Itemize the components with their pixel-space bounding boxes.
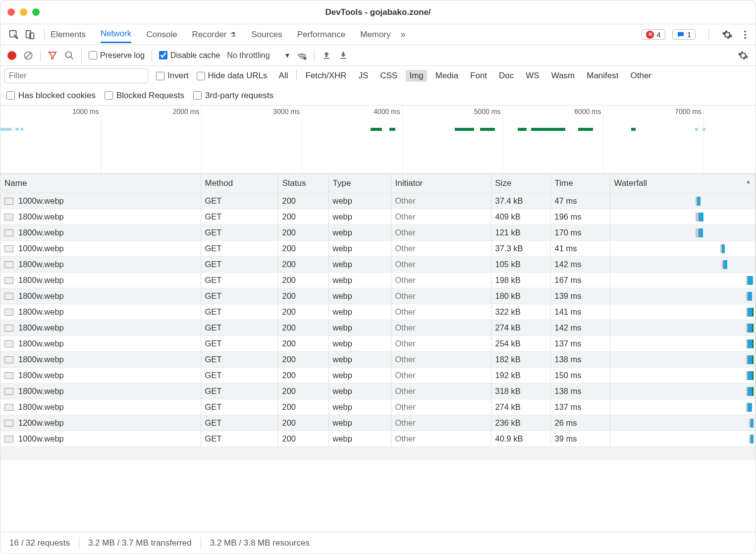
request-row[interactable]: 1800w.webpGET200webpOther105 kB142 ms	[0, 256, 756, 272]
filter-input[interactable]	[4, 68, 148, 83]
request-row[interactable]: 1800w.webpGET200webpOther322 kB141 ms	[0, 304, 756, 320]
file-icon	[4, 404, 13, 411]
filter-type-js[interactable]: JS	[355, 70, 372, 82]
request-row[interactable]: 1800w.webpGET200webpOther318 kB138 ms	[0, 383, 756, 399]
flask-icon: ⚗	[228, 31, 237, 39]
zoom-button[interactable]	[32, 8, 40, 16]
timeline-tick: 7000 ms	[675, 108, 703, 115]
tab-performance[interactable]: Performance	[297, 27, 345, 43]
close-button[interactable]	[7, 8, 15, 16]
request-row[interactable]: 1000w.webpGET200webpOther37.3 kB41 ms	[0, 240, 756, 256]
request-row[interactable]: 1800w.webpGET200webpOther121 kB170 ms	[0, 224, 756, 240]
inspect-icon[interactable]	[8, 29, 19, 40]
svg-point-10	[304, 57, 306, 59]
svg-point-4	[744, 34, 746, 36]
tab-sources[interactable]: Sources	[251, 27, 282, 43]
file-icon	[4, 229, 13, 236]
file-icon	[4, 436, 13, 443]
more-tabs-icon[interactable]: »	[401, 29, 406, 40]
record-button[interactable]	[7, 51, 16, 60]
col-name[interactable]: Name	[0, 174, 201, 193]
status-bar: 16 / 32 requests 3.2 MB / 3.7 MB transfe…	[0, 532, 756, 554]
tab-recorder[interactable]: Recorder ⚗	[192, 27, 237, 43]
device-toggle-icon[interactable]	[24, 29, 35, 40]
network-table[interactable]: NameMethodStatusTypeInitiatorSizeTimeWat…	[0, 174, 756, 532]
import-har-icon[interactable]	[322, 51, 331, 60]
timeline-tick: 4000 ms	[374, 108, 402, 115]
filter-type-img[interactable]: Img	[406, 70, 427, 82]
filter-bar: Invert Hide data URLs AllFetch/XHRJSCSSI…	[0, 66, 756, 86]
third-party-checkbox[interactable]: 3rd-party requests	[193, 91, 273, 101]
network-conditions-icon[interactable]	[296, 50, 307, 61]
filter-type-ws[interactable]: WS	[522, 70, 542, 82]
kebab-icon[interactable]	[740, 29, 751, 40]
filter-type-css[interactable]: CSS	[377, 70, 401, 82]
svg-line-9	[71, 56, 73, 59]
request-row[interactable]: 1800w.webpGET200webpOther198 kB167 ms	[0, 272, 756, 288]
network-toolbar: Preserve log Disable cache No throttling…	[0, 45, 756, 66]
messages-badge[interactable]: 1	[672, 29, 696, 40]
settings-icon[interactable]	[722, 29, 733, 40]
search-icon[interactable]	[64, 51, 74, 60]
disable-cache-checkbox[interactable]: Disable cache	[159, 51, 220, 60]
filter-type-font[interactable]: Font	[467, 70, 490, 82]
col-status[interactable]: Status	[278, 174, 328, 193]
titlebar: DevTools - gojabako.zone/	[0, 0, 756, 24]
panel-tabs: ElementsNetworkConsoleRecorder ⚗SourcesP…	[51, 26, 391, 43]
timeline-overview[interactable]: 1000 ms2000 ms3000 ms4000 ms5000 ms6000 …	[0, 106, 756, 174]
col-time[interactable]: Time	[550, 174, 610, 193]
file-icon	[4, 309, 13, 316]
request-row[interactable]: 1800w.webpGET200webpOther180 kB139 ms	[0, 288, 756, 304]
svg-point-3	[744, 30, 746, 32]
filter-type-wasm[interactable]: Wasm	[548, 70, 579, 82]
has-blocked-cookies-checkbox[interactable]: Has blocked cookies	[6, 91, 96, 101]
col-initiator[interactable]: Initiator	[391, 174, 491, 193]
throttling-select[interactable]: No throttling ▾	[227, 51, 289, 60]
message-icon	[677, 31, 685, 39]
col-size[interactable]: Size	[491, 174, 550, 193]
request-row[interactable]: 1800w.webpGET200webpOther274 kB142 ms	[0, 320, 756, 335]
tab-elements[interactable]: Elements	[51, 27, 86, 43]
blocked-requests-checkbox[interactable]: Blocked Requests	[105, 91, 184, 101]
col-type[interactable]: Type	[328, 174, 391, 193]
request-row[interactable]: 1000w.webpGET200webpOther37.4 kB47 ms	[0, 193, 756, 209]
file-icon	[4, 277, 13, 284]
timeline-tick: 2000 ms	[173, 108, 202, 115]
table-header-row: NameMethodStatusTypeInitiatorSizeTimeWat…	[0, 174, 756, 193]
file-icon	[4, 356, 13, 363]
request-row[interactable]: 1200w.webpGET200webpOther236 kB26 ms	[0, 415, 756, 431]
filter-type-manifest[interactable]: Manifest	[583, 70, 622, 82]
filter-icon[interactable]	[48, 51, 57, 60]
minimize-button[interactable]	[20, 8, 27, 16]
errors-badge[interactable]: ✕4	[642, 29, 665, 40]
file-icon	[4, 388, 13, 395]
tab-console[interactable]: Console	[146, 27, 177, 43]
hide-data-urls-checkbox[interactable]: Hide data URLs	[197, 71, 268, 81]
filter-type-media[interactable]: Media	[432, 70, 462, 82]
filter-type-fetch-xhr[interactable]: Fetch/XHR	[302, 70, 350, 82]
request-row[interactable]: 1800w.webpGET200webpOther254 kB137 ms	[0, 335, 756, 351]
col-waterfall[interactable]: Waterfall▲	[610, 174, 756, 193]
preserve-log-checkbox[interactable]: Preserve log	[89, 51, 145, 60]
col-method[interactable]: Method	[201, 174, 278, 193]
status-requests: 16 / 32 requests	[9, 538, 70, 548]
window-title: DevTools - gojabako.zone/	[0, 7, 756, 17]
resource-type-filters: AllFetch/XHRJSCSSImgMediaFontDocWSWasmMa…	[275, 70, 655, 82]
svg-point-8	[66, 52, 72, 57]
filter-type-other[interactable]: Other	[627, 70, 655, 82]
filter-type-doc[interactable]: Doc	[495, 70, 517, 82]
clear-icon[interactable]	[23, 51, 33, 60]
export-har-icon[interactable]	[338, 51, 348, 60]
tab-network[interactable]: Network	[101, 26, 131, 43]
network-settings-icon[interactable]	[738, 50, 749, 61]
tab-memory[interactable]: Memory	[360, 27, 390, 43]
request-row[interactable]: 1800w.webpGET200webpOther182 kB138 ms	[0, 351, 756, 367]
file-icon	[4, 261, 13, 268]
request-row[interactable]: 1000w.webpGET200webpOther40.9 kB39 ms	[0, 431, 756, 446]
filter-type-all[interactable]: All	[275, 70, 292, 82]
invert-checkbox[interactable]: Invert	[156, 71, 189, 81]
status-resources: 3.2 MB / 3.8 MB resources	[210, 538, 310, 548]
request-row[interactable]: 1800w.webpGET200webpOther274 kB137 ms	[0, 399, 756, 415]
request-row[interactable]: 1800w.webpGET200webpOther409 kB196 ms	[0, 209, 756, 224]
request-row[interactable]: 1800w.webpGET200webpOther192 kB150 ms	[0, 367, 756, 383]
